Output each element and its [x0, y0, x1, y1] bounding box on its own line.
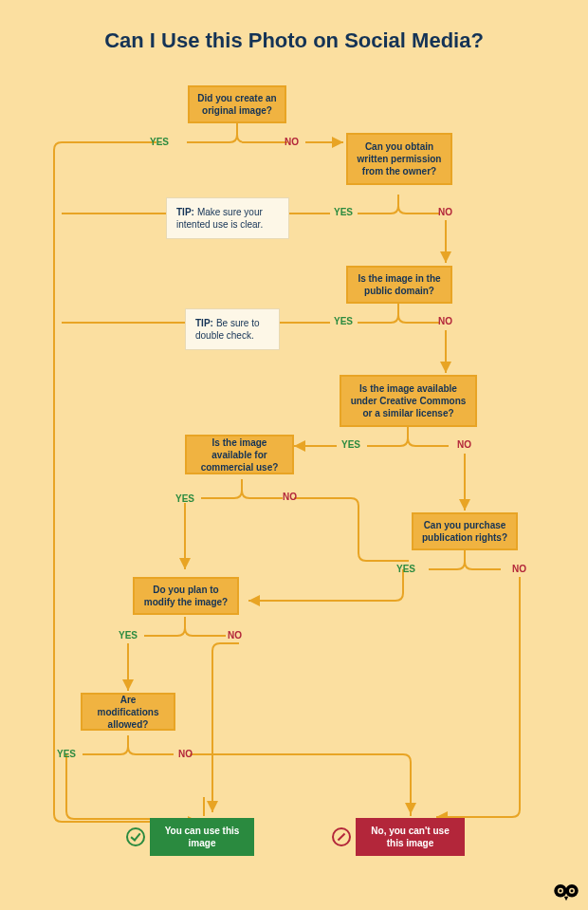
node-permission: Can you obtain written permission from t…	[346, 133, 452, 185]
check-icon	[126, 827, 145, 846]
label-yes: YES	[57, 749, 76, 759]
chart-title: Can I Use this Photo on Social Media?	[0, 28, 588, 53]
result-no: No, you can't use this image	[356, 818, 465, 856]
label-no: NO	[438, 316, 452, 326]
svg-point-4	[560, 889, 562, 892]
node-commercial: Is the image available for commercial us…	[185, 435, 294, 474]
node-public: Is the image in the public domain?	[346, 266, 452, 304]
svg-point-5	[571, 889, 574, 892]
label-yes: YES	[175, 493, 194, 504]
label-yes: YES	[334, 207, 353, 217]
node-modify: Do you plan to modify the image?	[133, 577, 239, 615]
label-yes: YES	[341, 439, 360, 450]
label-yes: YES	[396, 564, 415, 574]
result-yes: You can use this image	[150, 818, 254, 856]
label-no: NO	[285, 137, 299, 147]
label-yes: YES	[334, 316, 353, 326]
node-purchase: Can you purchase publication rights?	[412, 512, 518, 550]
label-no: NO	[438, 207, 452, 217]
label-no: NO	[228, 630, 242, 641]
label-no: NO	[512, 564, 526, 574]
tip-permission: TIP:Make sure your intented use is clear…	[166, 197, 289, 239]
node-modallowed: Are modifications allowed?	[81, 693, 175, 731]
node-create: Did you create an original image?	[188, 85, 286, 123]
label-no: NO	[178, 749, 193, 759]
tip-public: TIP:Be sure to double check.	[185, 308, 280, 350]
prohibited-icon	[332, 827, 351, 846]
label-no: NO	[457, 439, 471, 450]
label-yes: YES	[150, 137, 169, 147]
owl-logo-icon	[552, 882, 580, 904]
label-no: NO	[283, 492, 297, 502]
flowchart-canvas: Can I Use this Photo on Social Media?	[0, 0, 588, 910]
label-yes: YES	[119, 630, 138, 641]
node-cc: Is the image available under Creative Co…	[340, 375, 477, 427]
